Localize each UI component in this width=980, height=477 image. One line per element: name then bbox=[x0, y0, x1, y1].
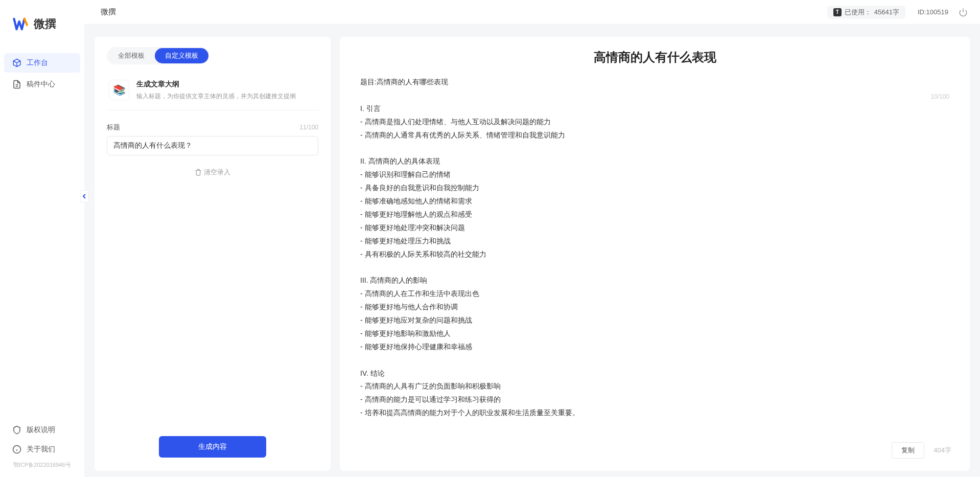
input-panel: 全部模板 自定义模板 📚 生成文章大纲 输入标题，为你提供文章主体的灵感，并为其… bbox=[95, 37, 331, 471]
link-label: 版权说明 bbox=[27, 425, 55, 435]
sidebar-collapse-handle[interactable] bbox=[80, 190, 88, 202]
nav-drafts[interactable]: 稿件中心 bbox=[4, 75, 80, 94]
template-title: 生成文章大纲 bbox=[136, 80, 316, 89]
link-label: 关于我们 bbox=[27, 445, 55, 454]
usage-prefix: 已使用： bbox=[845, 8, 871, 17]
topbar-title: 微撰 bbox=[101, 7, 116, 17]
output-title[interactable]: 高情商的人有什么表现 bbox=[358, 49, 951, 65]
title-input[interactable] bbox=[107, 136, 318, 155]
tab-all-templates[interactable]: 全部模板 bbox=[108, 48, 155, 63]
content: 全部模板 自定义模板 📚 生成文章大纲 输入标题，为你提供文章主体的灵感，并为其… bbox=[84, 25, 980, 477]
info-icon bbox=[12, 445, 21, 454]
usage-badge[interactable]: T 已使用： 45641字 bbox=[827, 6, 905, 19]
tab-custom-templates[interactable]: 自定义模板 bbox=[155, 48, 208, 63]
logo-text: 微撰 bbox=[34, 16, 56, 32]
copyright-link[interactable]: 版权说明 bbox=[4, 420, 80, 440]
topbar: 微撰 T 已使用： 45641字 ID:100519 bbox=[84, 0, 980, 25]
nav-workspace[interactable]: 工作台 bbox=[4, 53, 80, 73]
sidebar-bottom: 版权说明 关于我们 鄂ICP备2022016946号 bbox=[0, 420, 84, 477]
logout-button[interactable] bbox=[959, 8, 968, 17]
logo: 微撰 bbox=[0, 15, 84, 53]
template-desc: 输入标题，为你提供文章主体的灵感，并为其创建推文提纲 bbox=[136, 92, 316, 101]
main: 微撰 T 已使用： 45641字 ID:100519 全部模板 自定义模板 📚 bbox=[84, 0, 980, 477]
nav-label: 工作台 bbox=[27, 58, 48, 67]
output-title-count: 10/100 bbox=[930, 93, 949, 100]
template-icon: 📚 bbox=[109, 80, 129, 100]
title-char-count: 11/100 bbox=[299, 124, 318, 131]
chevron-left-icon bbox=[82, 194, 87, 199]
power-icon bbox=[959, 8, 968, 17]
template-card: 📚 生成文章大纲 输入标题，为你提供文章主体的灵感，并为其创建推文提纲 bbox=[107, 75, 318, 110]
nav: 工作台 稿件中心 bbox=[0, 53, 84, 420]
logo-icon bbox=[12, 15, 30, 33]
icp-text: 鄂ICP备2022016946号 bbox=[4, 459, 80, 473]
text-icon: T bbox=[833, 8, 842, 16]
usage-value: 45641字 bbox=[874, 8, 899, 17]
cube-icon bbox=[12, 58, 21, 67]
clear-button[interactable]: 清空录入 bbox=[107, 163, 318, 182]
title-field: 标题 11/100 bbox=[107, 123, 318, 155]
shield-icon bbox=[12, 425, 21, 435]
document-icon bbox=[12, 80, 21, 89]
user-id: ID:100519 bbox=[918, 8, 948, 16]
copy-button[interactable]: 复制 bbox=[892, 442, 924, 459]
nav-label: 稿件中心 bbox=[27, 80, 55, 89]
sidebar: 微撰 工作台 稿件中心 版权说明 关于我们 鄂ICP备202 bbox=[0, 0, 84, 477]
clear-label: 清空录入 bbox=[204, 168, 230, 177]
output-body[interactable]: 题目:高情商的人有哪些表现 I. 引言 - 高情商是指人们处理情绪、与他人互动以… bbox=[358, 69, 951, 437]
output-footer: 复制 404字 bbox=[358, 437, 951, 459]
trash-icon bbox=[195, 169, 202, 176]
template-tabs: 全部模板 自定义模板 bbox=[107, 47, 209, 64]
word-count: 404字 bbox=[934, 446, 951, 455]
output-panel: 高情商的人有什么表现 10/100 题目:高情商的人有哪些表现 I. 引言 - … bbox=[340, 37, 970, 471]
title-label: 标题 bbox=[107, 123, 120, 132]
generate-button[interactable]: 生成内容 bbox=[159, 436, 266, 458]
about-link[interactable]: 关于我们 bbox=[4, 440, 80, 459]
